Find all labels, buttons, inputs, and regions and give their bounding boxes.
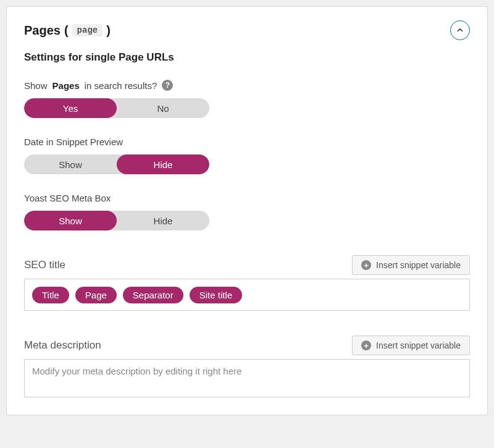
meta-description-label: Meta description	[24, 339, 101, 352]
date-snippet-label: Date in Snippet Preview	[24, 137, 470, 147]
paren-open: (	[64, 23, 69, 38]
meta-box-hide[interactable]: Hide	[117, 211, 209, 230]
meta-box-show[interactable]: Show	[24, 211, 117, 230]
label-prefix: Show	[24, 80, 48, 91]
date-snippet-show[interactable]: Show	[24, 154, 117, 174]
seo-title-input[interactable]: Title Page Separator Site title	[24, 279, 470, 311]
snippet-variable-site-title[interactable]: Site title	[190, 287, 242, 303]
show-in-search-field: Show Pages in search results? ? Yes No	[24, 80, 470, 118]
meta-box-toggle: Show Hide	[24, 211, 209, 230]
meta-box-label: Yoast SEO Meta Box	[24, 193, 470, 203]
show-in-search-yes[interactable]: Yes	[24, 98, 117, 118]
show-in-search-no[interactable]: No	[117, 98, 209, 118]
title-prefix: Pages	[24, 23, 61, 38]
plus-circle-icon: +	[361, 260, 371, 270]
settings-subheader: Settings for single Page URLs	[24, 51, 470, 64]
pages-settings-panel: Pages ( page ) Settings for single Page …	[6, 6, 488, 415]
meta-description-field: Meta description + Insert snippet variab…	[24, 336, 470, 397]
collapse-button[interactable]	[450, 20, 470, 40]
insert-btn-label: Insert snippet variable	[376, 340, 461, 350]
insert-snippet-variable-button[interactable]: + Insert snippet variable	[352, 336, 470, 355]
snippet-variable-page[interactable]: Page	[75, 287, 117, 303]
date-snippet-hide[interactable]: Hide	[117, 154, 209, 174]
show-in-search-label: Show Pages in search results? ?	[24, 80, 470, 91]
seo-title-field: SEO title + Insert snippet variable Titl…	[24, 255, 470, 311]
meta-box-field: Yoast SEO Meta Box Show Hide	[24, 193, 470, 230]
insert-snippet-variable-button[interactable]: + Insert snippet variable	[352, 255, 470, 275]
chevron-up-icon	[456, 26, 464, 35]
post-type-slug: page	[72, 24, 103, 36]
label-text: Yoast SEO Meta Box	[24, 193, 111, 203]
date-snippet-toggle: Show Hide	[24, 154, 209, 174]
seo-title-label: SEO title	[24, 259, 65, 271]
seo-title-header: SEO title + Insert snippet variable	[24, 255, 470, 275]
show-in-search-toggle: Yes No	[24, 98, 209, 118]
paren-close: )	[106, 23, 111, 38]
label-suffix: in search results?	[85, 80, 157, 91]
meta-description-header: Meta description + Insert snippet variab…	[24, 336, 470, 355]
snippet-variable-title[interactable]: Title	[32, 287, 69, 303]
label-text: Date in Snippet Preview	[24, 137, 123, 147]
snippet-variable-separator[interactable]: Separator	[123, 287, 183, 303]
date-snippet-field: Date in Snippet Preview Show Hide	[24, 137, 470, 174]
insert-btn-label: Insert snippet variable	[376, 260, 461, 270]
panel-header: Pages ( page )	[24, 20, 470, 40]
plus-circle-icon: +	[361, 340, 371, 350]
meta-description-input[interactable]: Modify your meta description by editing …	[24, 359, 470, 397]
help-icon[interactable]: ?	[162, 80, 173, 91]
label-bold: Pages	[52, 80, 80, 91]
panel-title: Pages ( page )	[24, 23, 111, 38]
